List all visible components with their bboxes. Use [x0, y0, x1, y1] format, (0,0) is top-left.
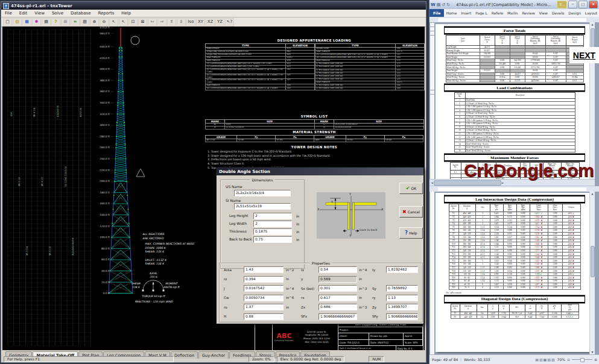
redo-icon[interactable]: ↻ — [446, 2, 450, 7]
vertical-ruler-top[interactable] — [430, 22, 434, 179]
select-member-icon[interactable]: ↖ — [119, 18, 128, 27]
property-input[interactable]: 0.88 — [244, 313, 284, 320]
maximize-button[interactable]: □ — [578, 1, 588, 8]
about-icon[interactable]: ? — [51, 18, 60, 27]
ribbon-tab[interactable]: File — [429, 9, 444, 17]
property-input[interactable]: 0.569 — [319, 276, 357, 283]
cancel-button[interactable]: ✖Cancel — [399, 206, 423, 218]
ribbon-tab[interactable]: Mailin — [506, 9, 520, 17]
help-button[interactable]: ?Help — [399, 227, 423, 239]
pan-up-icon[interactable]: ⇧ — [167, 18, 176, 27]
contextual-tab[interactable]: T... — [557, 1, 567, 8]
menu-item[interactable]: Help — [118, 11, 135, 16]
horizontal-ruler-top[interactable] — [429, 17, 599, 22]
open-file-icon[interactable]: ▧ — [13, 18, 22, 27]
ribbon-tab[interactable]: Refere — [489, 9, 505, 17]
word-titlebar[interactable]: W ▤ ↺ ↻ 474ss-pl-r1.eri.rtf [Compatibili… — [429, 0, 599, 9]
property-input[interactable]: 0.617 — [319, 295, 357, 301]
view-tab[interactable]: Guy-Anchor — [198, 351, 229, 359]
zoom-extents-icon[interactable]: ⊠ — [138, 18, 147, 27]
dialog-titlebar[interactable]: Double Angle Section — [217, 168, 423, 175]
criteria-mark: ✘ — [572, 216, 574, 218]
property-input[interactable]: 0.0167542 — [244, 285, 284, 292]
select-node-icon[interactable]: ↖ — [109, 18, 118, 27]
word-count[interactable]: Words: 30,333 — [464, 357, 490, 362]
property-input[interactable]: 1.13 — [386, 295, 418, 301]
new-file-icon[interactable]: ▢ — [3, 18, 12, 27]
menu-item[interactable]: File — [1, 11, 16, 16]
tnxtower-titlebar[interactable]: T 474ss-pl-r1.eri - tnxTower — [1, 2, 426, 10]
dimension-input[interactable]: 0.1875 — [253, 228, 292, 235]
property-input[interactable]: 0.54 — [319, 266, 357, 273]
property-input[interactable]: 1.90666666666667 — [386, 313, 418, 320]
horizontal-ruler-bottom[interactable] — [429, 186, 599, 192]
property-input[interactable]: 1.37 — [244, 304, 284, 310]
view-iso-button[interactable]: Iso — [186, 18, 195, 27]
us-name-input[interactable]: 2L2x2x3/16x3/4 — [234, 190, 291, 196]
ribbon-tab[interactable]: Home — [444, 9, 459, 17]
property-input[interactable]: 0.0050734 — [244, 295, 284, 301]
equals-icon[interactable]: = — [71, 18, 80, 27]
menu-item[interactable]: Database — [67, 11, 94, 16]
zoom-out-icon[interactable]: ⊖ — [567, 357, 570, 362]
property-input[interactable]: 1.3499707 — [386, 304, 418, 310]
close-button[interactable]: ✕ — [589, 1, 598, 8]
pan-right-icon[interactable]: ⇨ — [157, 18, 166, 27]
minimize-button[interactable]: ─ — [568, 1, 577, 8]
document-pane-top[interactable]: Force Totals Load CaseVertical Forces KS… — [429, 22, 595, 179]
ok-button[interactable]: ✔OK — [399, 183, 423, 194]
zoom-in-icon[interactable]: ⊕ — [90, 18, 99, 27]
page-indicator[interactable]: Page: 49 of 84 — [432, 357, 458, 362]
ribbon-tab[interactable]: Design — [566, 9, 583, 17]
property-input[interactable]: 1.43 — [244, 266, 284, 273]
vertical-ruler-bottom[interactable] — [430, 192, 434, 354]
property-input[interactable]: 1.8192482 — [386, 266, 418, 273]
vertical-scrollbar-bottom[interactable]: ▲▼ — [589, 192, 595, 354]
property-input[interactable]: 0.394 — [244, 276, 284, 283]
context-help-icon[interactable]: ↖? — [225, 18, 234, 27]
ribbon-tab[interactable]: View — [537, 9, 550, 17]
pan-left-icon[interactable]: ⇦ — [148, 18, 157, 27]
zoom-slider[interactable] — [572, 359, 592, 360]
zoom-window-icon[interactable]: ⊡ — [128, 18, 138, 27]
save-icon[interactable]: ▦ — [22, 18, 31, 27]
solve-icon[interactable]: ✱ — [32, 18, 41, 27]
ribbon-tab[interactable]: Insert — [459, 9, 474, 17]
dimension-input[interactable]: 0.75 — [253, 236, 292, 243]
horizontal-scrollbar[interactable]: ◄► — [429, 179, 595, 186]
ribbon-tab[interactable]: Page L — [474, 9, 490, 17]
view-tab[interactable]: Deflection — [171, 351, 198, 359]
menu-item[interactable]: View — [31, 11, 48, 16]
zoom-out-icon[interactable]: ⊖ — [100, 18, 109, 27]
menu-item[interactable]: Reports — [94, 11, 118, 16]
dimension-input[interactable]: 2 — [253, 221, 292, 227]
view-xy-button[interactable]: XY — [196, 18, 205, 27]
undo-icon[interactable]: ↺ — [442, 2, 445, 7]
next-button[interactable]: NEXT — [569, 47, 599, 63]
property-input[interactable]: 0.686 — [319, 304, 357, 310]
pan-down-icon[interactable]: ⇩ — [177, 18, 186, 27]
dimension-input[interactable]: 2 — [253, 213, 292, 219]
si-name-input[interactable]: 2L51x51x5x19 — [234, 203, 291, 210]
zoom-in-icon[interactable]: ⊕ — [594, 357, 597, 362]
dimension-label: Leg Height — [229, 214, 253, 218]
menu-item[interactable]: Solve — [48, 11, 67, 16]
vertical-scrollbar-top[interactable]: ▲▼ — [589, 22, 595, 179]
property-input[interactable]: 0.7659892 — [386, 285, 418, 292]
zoom-slider-knob[interactable] — [580, 358, 585, 362]
table-icon[interactable]: ⊞ — [61, 18, 70, 27]
property-input[interactable]: 0.301 — [319, 285, 357, 292]
view-xz-button[interactable]: XZ — [206, 18, 215, 27]
ribbon-tab[interactable]: Develo — [550, 9, 566, 17]
zoom-level[interactable]: 70% — [557, 357, 565, 362]
document-pane-bottom[interactable]: Leg Interaction Design Data (Compression… — [429, 192, 595, 354]
menu-item[interactable]: Edit — [16, 11, 31, 16]
property-input[interactable]: 1.90666666666667 — [319, 313, 357, 320]
ribbon-tab[interactable]: Review — [520, 9, 537, 17]
save-icon[interactable]: ▤ — [437, 2, 441, 7]
print-icon[interactable]: ▤ — [42, 18, 51, 27]
view-yz-button[interactable]: YZ — [215, 18, 224, 27]
ribbon-tab[interactable]: Layout — [583, 9, 599, 17]
report-icon[interactable]: ▨ — [80, 18, 89, 27]
view-mode-buttons[interactable]: ▤▥▦▧▨ — [535, 357, 555, 362]
